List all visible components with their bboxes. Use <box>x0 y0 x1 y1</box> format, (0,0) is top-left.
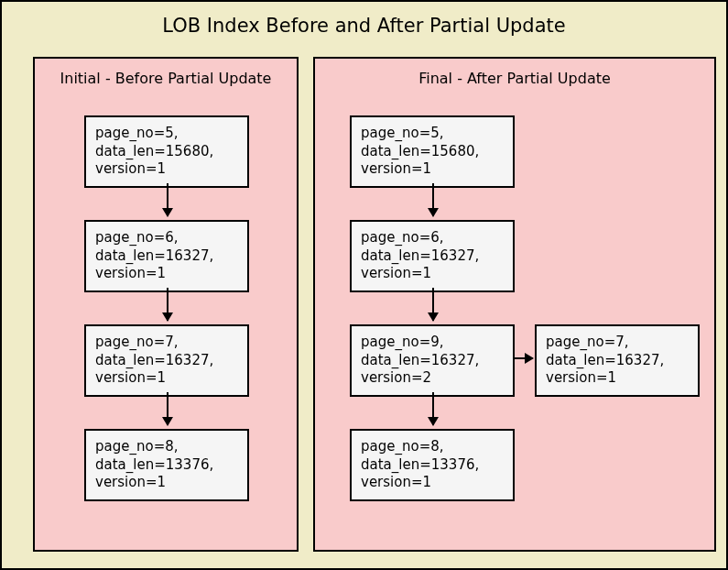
value: 1 <box>608 369 617 386</box>
panel-initial: Initial - Before Partial Update page_no=… <box>33 57 299 552</box>
diagram-title: LOB Index Before and After Partial Updat… <box>2 15 726 37</box>
value: 1 <box>158 474 167 490</box>
value: 7 <box>165 334 174 350</box>
panel-final: Final - After Partial Update page_no=5, … <box>313 57 716 552</box>
value: 16327 <box>616 352 660 368</box>
final-node-4: page_no=8, data_len=13376, version=1 <box>350 429 515 501</box>
value: 15680 <box>431 143 475 159</box>
value: 1 <box>158 160 167 177</box>
arrow-down-icon <box>432 183 434 216</box>
arrow-down-icon <box>167 183 168 216</box>
value: 8 <box>165 438 174 455</box>
panel-final-title: Final - After Partial Update <box>315 70 714 87</box>
value: 15680 <box>166 143 210 159</box>
value: 16327 <box>166 247 210 264</box>
value: 8 <box>430 438 440 455</box>
value: 7 <box>615 334 625 350</box>
value: 1 <box>423 160 432 177</box>
arrow-down-icon <box>167 392 168 425</box>
arrow-down-icon <box>432 392 434 425</box>
initial-node-1: page_no=5, data_len=15680, version=1 <box>84 115 249 188</box>
initial-node-4: page_no=8, data_len=13376, version=1 <box>84 429 249 501</box>
arrow-right-icon <box>515 357 533 359</box>
final-side-node: page_no=7, data_len=16327, version=1 <box>535 324 700 397</box>
value: 16327 <box>166 352 210 368</box>
value: 13376 <box>431 456 475 473</box>
value: 5 <box>430 125 440 141</box>
value: 16327 <box>431 247 475 264</box>
value: 6 <box>165 229 174 246</box>
value: 6 <box>430 229 440 246</box>
value: 1 <box>158 369 167 386</box>
initial-node-2: page_no=6, data_len=16327, version=1 <box>84 220 249 292</box>
diagram-frame: LOB Index Before and After Partial Updat… <box>0 0 728 570</box>
value: 1 <box>423 265 432 281</box>
panel-initial-title: Initial - Before Partial Update <box>35 70 297 87</box>
final-node-1: page_no=5, data_len=15680, version=1 <box>350 115 515 188</box>
value: 5 <box>165 125 174 141</box>
final-node-2: page_no=6, data_len=16327, version=1 <box>350 220 515 292</box>
value: 9 <box>430 334 440 350</box>
value: 1 <box>158 265 167 281</box>
value: 13376 <box>166 456 210 473</box>
final-node-3: page_no=9, data_len=16327, version=2 <box>350 324 515 397</box>
value: 2 <box>423 369 432 386</box>
arrow-down-icon <box>167 288 168 321</box>
value: 16327 <box>431 352 475 368</box>
value: 1 <box>423 474 432 490</box>
initial-node-3: page_no=7, data_len=16327, version=1 <box>84 324 249 397</box>
arrow-down-icon <box>432 288 434 321</box>
